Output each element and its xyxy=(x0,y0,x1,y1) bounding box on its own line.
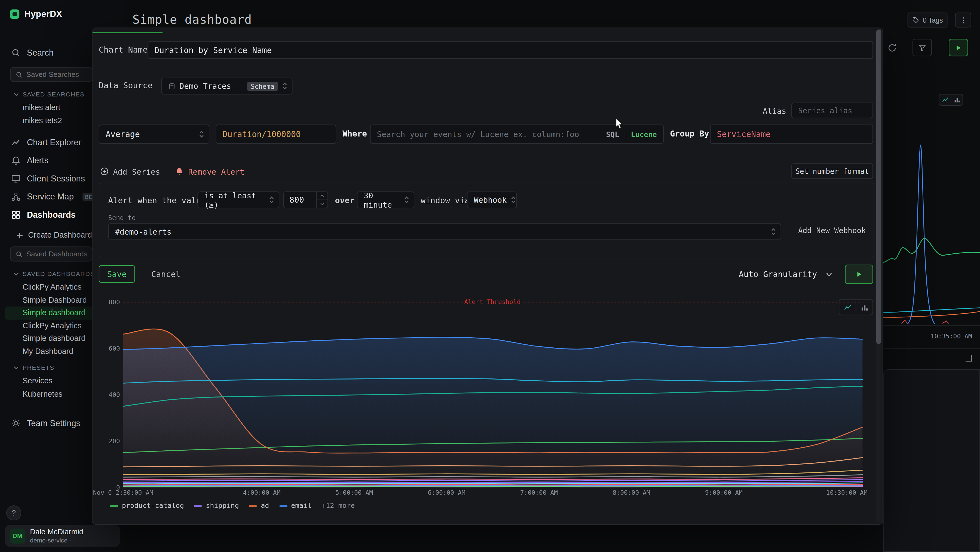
add-new-webhook-button[interactable]: Add New Webhook xyxy=(798,227,866,235)
chevron-down-icon xyxy=(14,91,19,96)
page-title: Simple dashboard xyxy=(132,13,252,26)
granularity-value: Auto Granularity xyxy=(739,270,817,279)
modal-scrollbar[interactable] xyxy=(876,29,881,523)
background-next-panel xyxy=(883,369,980,552)
saved-dashboards-placeholder: Saved Dashboards xyxy=(26,250,87,258)
bar-chart-toggle[interactable] xyxy=(951,94,963,105)
more-options-button[interactable] xyxy=(955,13,971,27)
caret-down-icon xyxy=(826,271,832,278)
legend-item[interactable]: ad xyxy=(249,502,269,510)
chevrons-updown-icon xyxy=(269,196,274,204)
play-icon xyxy=(856,271,862,278)
y-tick: 600 xyxy=(109,345,120,352)
y-tick: 800 xyxy=(109,298,120,306)
tags-button-label: 0 Tags xyxy=(923,16,943,24)
chart-name-input[interactable] xyxy=(148,41,873,59)
chevrons-updown-icon xyxy=(199,130,204,139)
number-stepper xyxy=(316,192,328,207)
alert-channel-select[interactable]: Webhook xyxy=(467,191,517,209)
legend-swatch xyxy=(110,505,118,506)
schema-badge: Schema xyxy=(247,82,278,91)
set-number-format-button[interactable]: Set number format xyxy=(791,163,873,179)
where-search-input[interactable]: Search your events w/ Lucene ex. column:… xyxy=(370,124,664,144)
background-x-tick: 10:35:00 AM xyxy=(931,333,972,340)
field-input[interactable] xyxy=(216,124,336,144)
search-icon xyxy=(16,250,22,257)
legend-item[interactable]: +12 more xyxy=(322,502,355,510)
funnel-icon xyxy=(918,44,926,52)
bell-icon xyxy=(11,156,21,165)
legend-swatch xyxy=(194,505,202,506)
refresh-icon xyxy=(888,43,897,52)
save-button[interactable]: Save xyxy=(99,265,135,282)
background-chart-type-toggle[interactable] xyxy=(939,94,963,106)
search-placeholder: Search your events w/ Lucene ex. column:… xyxy=(377,129,606,139)
tags-button[interactable]: 0 Tags xyxy=(908,13,948,27)
sql-mode-toggle[interactable]: SQL xyxy=(606,130,619,139)
lucene-mode-toggle[interactable]: Lucene xyxy=(631,130,657,139)
legend-item[interactable]: email xyxy=(279,502,312,510)
background-chart[interactable] xyxy=(883,105,980,332)
alert-config-panel: Alert when the value is at least (≥) ove… xyxy=(99,183,874,258)
resize-handle-icon[interactable] xyxy=(966,355,972,362)
run-chart-button[interactable] xyxy=(845,265,873,284)
alert-comparator-select[interactable]: is at least (≥) xyxy=(197,191,280,209)
refresh-button[interactable] xyxy=(884,40,900,56)
chevrons-updown-icon xyxy=(404,196,409,204)
chevrons-updown-icon xyxy=(771,228,776,236)
stepper-up-button[interactable] xyxy=(317,192,328,200)
user-menu[interactable]: DM Dale McDiarmid demo-service - xyxy=(5,525,120,547)
alias-input[interactable] xyxy=(791,103,873,118)
monitor-icon xyxy=(11,174,21,183)
dots-vertical-icon xyxy=(959,16,967,24)
duration-chart[interactable]: 0200400600800Nov 6 2:30:00 AM4:00:00 AM5… xyxy=(92,291,883,504)
alias-label: Alias xyxy=(761,106,786,115)
search-icon xyxy=(16,71,22,78)
y-tick: 200 xyxy=(109,437,120,445)
stepper-down-button[interactable] xyxy=(317,199,328,207)
bar-chart-icon xyxy=(953,96,960,103)
chart-line-icon xyxy=(11,137,21,147)
data-source-value: Demo Traces xyxy=(180,81,243,91)
data-source-select[interactable]: Demo Traces Schema xyxy=(161,78,293,94)
x-tick: 4:00:00 AM xyxy=(243,489,281,496)
legend-label: product-catalog xyxy=(122,502,184,510)
line-chart-toggle[interactable] xyxy=(939,94,951,105)
help-button[interactable]: ? xyxy=(6,506,21,520)
grid-icon xyxy=(11,210,21,219)
legend-item[interactable]: shipping xyxy=(194,502,239,510)
user-org: demo-service - xyxy=(30,536,83,544)
filter-button[interactable] xyxy=(913,39,932,56)
plus-icon xyxy=(16,232,23,239)
avatar: DM xyxy=(10,528,25,543)
send-to-select[interactable]: #demo-alerts xyxy=(108,223,781,240)
add-series-button[interactable]: Add Series xyxy=(100,163,160,180)
x-tick: 10:30:00 AM xyxy=(826,489,867,496)
x-tick: 9:00:00 AM xyxy=(705,489,743,496)
legend-swatch xyxy=(249,505,257,506)
legend-item[interactable]: product-catalog xyxy=(110,502,184,510)
alert-window-select[interactable]: 30 minute xyxy=(357,191,414,209)
scrollbar-thumb[interactable] xyxy=(876,29,881,344)
alert-threshold-input[interactable] xyxy=(284,192,316,207)
legend-swatch xyxy=(279,505,287,506)
saved-dashboards-input[interactable]: Saved Dashboards xyxy=(10,247,92,262)
caret-up-icon xyxy=(320,195,325,197)
chevrons-updown-icon xyxy=(282,82,288,90)
chevron-down-icon xyxy=(14,365,19,370)
x-tick: 5:00:00 AM xyxy=(336,489,373,496)
run-query-button[interactable] xyxy=(949,39,968,56)
saved-searches-input[interactable]: Saved Searches xyxy=(10,67,92,82)
cancel-button[interactable]: Cancel xyxy=(146,265,186,282)
legend-label: shipping xyxy=(206,502,239,510)
bell-icon xyxy=(175,167,184,176)
aggregation-select[interactable]: Average xyxy=(99,124,209,144)
search-icon xyxy=(11,48,21,57)
group-by-input[interactable] xyxy=(710,124,873,144)
remove-alert-button[interactable]: Remove Alert xyxy=(175,163,245,180)
plus-circle-icon xyxy=(100,167,109,176)
brand[interactable]: HyperDX xyxy=(0,0,125,27)
active-tab-indicator xyxy=(92,32,162,33)
granularity-select[interactable]: Auto Granularity xyxy=(733,265,837,284)
hyperdx-logo-icon xyxy=(10,9,19,18)
